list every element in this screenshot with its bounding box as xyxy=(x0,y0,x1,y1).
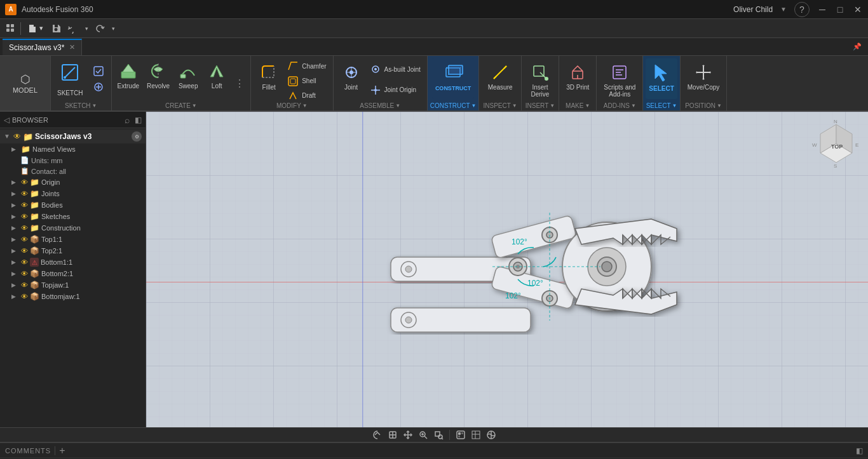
nav-orbit-button[interactable] xyxy=(370,428,384,442)
browser-back-icon[interactable]: ◁ xyxy=(4,116,10,124)
insert-section-label[interactable]: INSERT ▼ xyxy=(526,102,555,109)
browser-pin-icon[interactable]: ◧ xyxy=(135,116,142,124)
visual-style-button[interactable] xyxy=(484,428,498,442)
finish-sketch-button[interactable] xyxy=(88,63,109,79)
bodies-eye-icon[interactable]: 👁 xyxy=(21,201,28,209)
viewcube[interactable]: TOP N S W E xyxy=(811,118,862,169)
select-section-label[interactable]: SELECT ▼ xyxy=(646,102,677,109)
joints-arrow[interactable]: ▶ xyxy=(11,190,19,197)
tree-item-origin[interactable]: ▶ 👁 📁 Origin xyxy=(0,176,146,188)
bottom1-arrow[interactable]: ▶ xyxy=(11,259,19,265)
comments-add-button[interactable]: + xyxy=(59,445,65,456)
tree-item-top2[interactable]: ▶ 👁 📦 Top2:1 xyxy=(0,245,146,256)
tree-item-bottomjaw[interactable]: ▶ 👁 📦 Bottomjaw:1 xyxy=(0,291,146,302)
bottomjaw-eye-icon[interactable]: 👁 xyxy=(21,293,28,300)
sketches-arrow[interactable]: ▶ xyxy=(11,213,19,220)
extrude-button[interactable]: Extrude xyxy=(114,58,142,99)
topjaw-eye-icon[interactable]: 👁 xyxy=(21,281,28,289)
construction-arrow[interactable]: ▶ xyxy=(11,225,19,231)
joint-origin-button[interactable]: Joint Origin xyxy=(367,83,423,97)
viewport[interactable]: 102° 102° 102° TOP N S W E xyxy=(146,112,868,427)
tab-pin-icon[interactable]: 📌 xyxy=(849,41,865,52)
tab-scissorjaws[interactable]: ScissorJaws v3* ✕ xyxy=(3,39,82,55)
joint-button[interactable]: Joint xyxy=(337,60,365,100)
sketch-section-label[interactable]: SKETCH ▼ xyxy=(65,102,97,109)
loft-button[interactable]: Loft xyxy=(203,58,230,99)
sketch-button[interactable]: SKETCH xyxy=(53,58,87,99)
top1-arrow[interactable]: ▶ xyxy=(11,236,19,243)
tree-item-top1[interactable]: ▶ 👁 📦 Top1:1 xyxy=(0,234,146,245)
tree-item-named-views[interactable]: ▶ 📁 Named Views xyxy=(0,143,146,155)
joints-eye-icon[interactable]: 👁 xyxy=(21,190,28,197)
as-built-joint-button[interactable]: As-built Joint xyxy=(367,62,423,76)
nav-zoom-window-button[interactable] xyxy=(431,428,445,442)
display-mode-button[interactable] xyxy=(454,428,468,442)
root-settings-dot[interactable]: ⚙ xyxy=(132,131,142,142)
tree-item-bottom1[interactable]: ▶ 👁 ⚠ Bottom1:1 xyxy=(0,256,146,268)
file-button[interactable]: ▾ xyxy=(24,22,47,36)
scripts-button[interactable]: Scripts andAdd-ins xyxy=(600,60,639,100)
move-copy-button[interactable]: Move/Copy xyxy=(684,60,723,100)
inspect-section-label[interactable]: INSPECT ▼ xyxy=(483,102,517,109)
bottomjaw-arrow[interactable]: ▶ xyxy=(11,293,19,300)
tree-item-joints[interactable]: ▶ 👁 📁 Joints xyxy=(0,188,146,199)
modify-section-label[interactable]: MODIFY ▼ xyxy=(276,102,308,109)
nav-zoom-button[interactable] xyxy=(416,428,430,442)
user-chevron-icon[interactable]: ▼ xyxy=(780,6,787,13)
addins-section-label[interactable]: ADD-INS ▼ xyxy=(604,102,636,109)
more-create-button[interactable]: ⋮ xyxy=(231,58,248,99)
tree-item-bodies[interactable]: ▶ 👁 📁 Bodies xyxy=(0,199,146,211)
model-mode-button[interactable]: ⬡ MODEL xyxy=(0,56,51,110)
tree-item-bottom2[interactable]: ▶ 👁 📦 Bottom2:1 xyxy=(0,268,146,279)
create-section-label[interactable]: CREATE ▼ xyxy=(165,102,197,109)
origin-arrow[interactable]: ▶ xyxy=(11,179,19,185)
sketches-eye-icon[interactable]: 👁 xyxy=(21,213,28,220)
close-button[interactable]: ✕ xyxy=(853,4,863,15)
nav-pan-button[interactable] xyxy=(401,428,415,442)
construct-section-label[interactable]: CONSTRUCT ▼ xyxy=(430,102,477,109)
tree-item-topjaw[interactable]: ▶ 👁 📦 Topjaw:1 xyxy=(0,279,146,291)
named-views-arrow[interactable]: ▶ xyxy=(11,146,19,152)
shell-button[interactable]: Shell xyxy=(284,74,329,88)
offset-plane-button[interactable]: CONSTRUCT xyxy=(432,58,475,99)
comments-pin-icon[interactable]: ◧ xyxy=(856,446,863,455)
tab-close-icon[interactable]: ✕ xyxy=(69,43,75,51)
assemble-section-label[interactable]: ASSEMBLE ▼ xyxy=(360,102,400,109)
sweep-button[interactable]: Sweep xyxy=(174,58,202,99)
revolve-button[interactable]: Revolve xyxy=(144,58,173,99)
undo-button[interactable] xyxy=(66,22,80,36)
tree-item-units[interactable]: 📄 Units: mm xyxy=(0,155,146,166)
tree-item-sketches[interactable]: ▶ 👁 📁 Sketches xyxy=(0,211,146,222)
maximize-button[interactable]: □ xyxy=(835,4,845,15)
draft-button[interactable]: Draft xyxy=(284,89,329,103)
top2-arrow[interactable]: ▶ xyxy=(11,248,19,254)
topjaw-arrow[interactable]: ▶ xyxy=(11,282,19,288)
help-button[interactable]: ? xyxy=(794,2,810,17)
create-sketch-button[interactable] xyxy=(88,79,109,95)
position-section-label[interactable]: POSITION ▼ xyxy=(685,102,722,109)
save-button[interactable] xyxy=(50,22,64,36)
chamfer-button[interactable]: Chamfer xyxy=(284,60,329,74)
insert-derive-button[interactable]: InsertDerive xyxy=(526,60,554,100)
select-button[interactable]: SELECT xyxy=(646,58,677,99)
redo-button[interactable] xyxy=(93,22,107,36)
model-3d[interactable]: 102° 102° 102° xyxy=(378,162,709,378)
root-collapse-icon[interactable]: ▼ xyxy=(4,133,11,140)
fillet-button[interactable]: Fillet xyxy=(255,60,283,100)
tree-item-contact[interactable]: 📋 Contact: all xyxy=(0,166,146,176)
construction-eye-icon[interactable]: 👁 xyxy=(21,224,28,232)
grid-display-button[interactable] xyxy=(469,428,483,442)
root-eye-icon[interactable]: 👁 xyxy=(13,132,21,141)
bodies-arrow[interactable]: ▶ xyxy=(11,202,19,208)
measure-button[interactable]: Measure xyxy=(485,60,516,100)
tree-item-construction[interactable]: ▶ 👁 📁 Construction xyxy=(0,222,146,234)
bottom2-eye-icon[interactable]: 👁 xyxy=(21,270,28,277)
bottom2-arrow[interactable]: ▶ xyxy=(11,270,19,277)
undo-arrow-button[interactable]: ▾ xyxy=(83,22,90,36)
bottom1-eye-icon[interactable]: 👁 xyxy=(21,258,28,266)
minimize-button[interactable]: ─ xyxy=(817,4,827,15)
apps-grid-button[interactable] xyxy=(4,22,18,36)
make-section-label[interactable]: MAKE ▼ xyxy=(566,102,590,109)
tree-root-item[interactable]: ▼ 👁 📁 ScissorJaws v3 ⚙ xyxy=(0,130,146,143)
nav-frame-button[interactable] xyxy=(386,428,400,442)
